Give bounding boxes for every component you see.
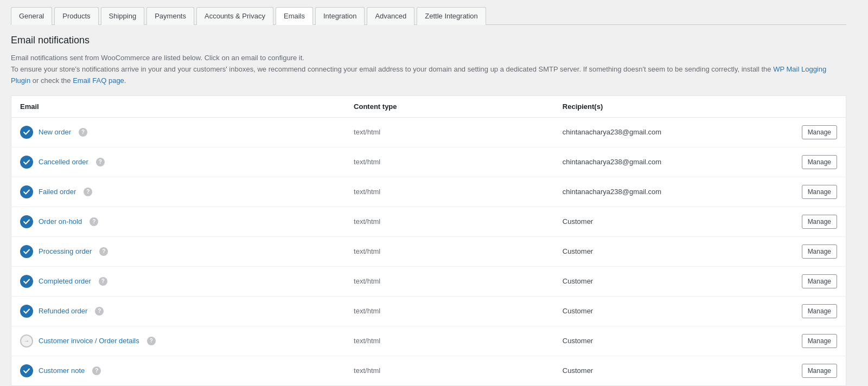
content-type-order-on-hold: text/html — [345, 207, 554, 236]
tabs-nav: GeneralProductsShippingPaymentsAccounts … — [11, 7, 846, 25]
recipient-refunded-order: Customer — [554, 296, 763, 326]
tab-emails[interactable]: Emails — [276, 7, 313, 25]
table-row: Order on-hold?text/htmlCustomerManage — [11, 207, 846, 236]
help-icon-completed-order[interactable]: ? — [99, 277, 107, 286]
help-icon-cancelled-order[interactable]: ? — [96, 158, 105, 166]
table-row: Processing order?text/htmlCustomerManage — [11, 236, 846, 266]
tab-accounts-privacy[interactable]: Accounts & Privacy — [196, 7, 273, 25]
manage-button-processing-order[interactable]: Manage — [802, 245, 837, 259]
wp-mail-logging-link[interactable]: WP Mail Logging Plugin — [11, 65, 826, 85]
action-cell-processing-order: Manage — [763, 236, 846, 266]
table-row: Refunded order?text/htmlCustomerManage — [11, 296, 846, 326]
manage-button-completed-order[interactable]: Manage — [802, 274, 837, 288]
table-row: Completed order?text/htmlCustomerManage — [11, 266, 846, 296]
recipient-cancelled-order: chintanacharya238@gmail.com — [554, 147, 763, 177]
action-cell-refunded-order: Manage — [763, 296, 846, 326]
manage-button-failed-order[interactable]: Manage — [802, 185, 837, 199]
recipient-customer-invoice: Customer — [554, 326, 763, 356]
table-row: Cancelled order?text/htmlchintanacharya2… — [11, 147, 846, 177]
table-row: New order?text/htmlchintanacharya238@gma… — [11, 117, 846, 147]
col-header-content-type: Content type — [345, 95, 554, 117]
email-cell-order-on-hold: Order on-hold? — [11, 207, 346, 236]
recipient-processing-order: Customer — [554, 236, 763, 266]
help-icon-processing-order[interactable]: ? — [99, 247, 108, 256]
tab-integration[interactable]: Integration — [315, 7, 365, 25]
table-row: Failed order?text/htmlchintanacharya238@… — [11, 177, 846, 207]
recipient-order-on-hold: Customer — [554, 207, 763, 236]
action-cell-new-order: Manage — [763, 117, 846, 147]
manage-button-refunded-order[interactable]: Manage — [802, 304, 837, 318]
enabled-icon — [20, 215, 33, 228]
content-type-customer-invoice: text/html — [345, 326, 554, 356]
email-name-completed-order[interactable]: Completed order — [39, 277, 91, 285]
action-cell-customer-invoice: Manage — [763, 326, 846, 356]
help-icon-customer-invoice[interactable]: ? — [147, 337, 156, 345]
tab-products[interactable]: Products — [54, 7, 98, 25]
email-cell-completed-order: Completed order? — [11, 266, 346, 296]
help-icon-order-on-hold[interactable]: ? — [90, 217, 98, 226]
content-type-customer-note: text/html — [345, 356, 554, 385]
manage-button-customer-note[interactable]: Manage — [802, 364, 837, 378]
table-header-row: Email Content type Recipient(s) — [11, 95, 846, 117]
page-description: Email notifications sent from WooCommerc… — [11, 53, 846, 86]
enabled-icon — [20, 185, 33, 198]
content-type-cancelled-order: text/html — [345, 147, 554, 177]
page-title: Email notifications — [11, 34, 846, 47]
email-name-failed-order[interactable]: Failed order — [39, 188, 76, 196]
disabled-icon: → — [20, 334, 33, 348]
email-cell-processing-order: Processing order? — [11, 236, 346, 266]
email-cell-refunded-order: Refunded order? — [11, 296, 346, 326]
enabled-icon — [20, 245, 33, 258]
manage-button-cancelled-order[interactable]: Manage — [802, 155, 837, 169]
tab-shipping[interactable]: Shipping — [101, 7, 145, 25]
recipient-completed-order: Customer — [554, 266, 763, 296]
page-wrap: GeneralProductsShippingPaymentsAccounts … — [0, 0, 857, 386]
email-name-customer-invoice[interactable]: Customer invoice / Order details — [39, 337, 139, 345]
enabled-icon — [20, 126, 33, 139]
tab-advanced[interactable]: Advanced — [367, 7, 414, 25]
content-type-failed-order: text/html — [345, 177, 554, 207]
manage-button-new-order[interactable]: Manage — [802, 125, 837, 139]
help-icon-refunded-order[interactable]: ? — [95, 307, 104, 316]
content-type-new-order: text/html — [345, 117, 554, 147]
tab-general[interactable]: General — [11, 7, 52, 25]
col-header-actions — [763, 95, 846, 117]
email-name-cancelled-order[interactable]: Cancelled order — [39, 158, 88, 166]
recipient-new-order: chintanacharya238@gmail.com — [554, 117, 763, 147]
manage-button-customer-invoice[interactable]: Manage — [802, 334, 837, 348]
content-type-refunded-order: text/html — [345, 296, 554, 326]
help-icon-new-order[interactable]: ? — [79, 128, 87, 137]
recipient-customer-note: Customer — [554, 356, 763, 385]
table-row: →Customer invoice / Order details?text/h… — [11, 326, 846, 356]
email-faq-link[interactable]: Email FAQ page — [73, 76, 124, 85]
enabled-icon — [20, 305, 33, 318]
col-header-recipients: Recipient(s) — [554, 95, 763, 117]
email-notifications-table: Email Content type Recipient(s) New orde… — [11, 95, 846, 386]
email-cell-customer-note: Customer note? — [11, 356, 346, 385]
col-header-email: Email — [11, 95, 346, 117]
help-icon-failed-order[interactable]: ? — [84, 188, 92, 196]
action-cell-cancelled-order: Manage — [763, 147, 846, 177]
action-cell-order-on-hold: Manage — [763, 207, 846, 236]
content-type-processing-order: text/html — [345, 236, 554, 266]
tab-zettle-integration[interactable]: Zettle Integration — [417, 7, 486, 25]
content-type-completed-order: text/html — [345, 266, 554, 296]
action-cell-completed-order: Manage — [763, 266, 846, 296]
action-cell-failed-order: Manage — [763, 177, 846, 207]
email-name-processing-order[interactable]: Processing order — [39, 247, 92, 255]
email-cell-customer-invoice: →Customer invoice / Order details? — [11, 326, 346, 356]
action-cell-customer-note: Manage — [763, 356, 846, 385]
tab-payments[interactable]: Payments — [146, 7, 194, 25]
email-name-refunded-order[interactable]: Refunded order — [39, 307, 87, 315]
table-row: Customer note?text/htmlCustomerManage — [11, 356, 846, 385]
email-name-customer-note[interactable]: Customer note — [39, 366, 85, 375]
email-cell-cancelled-order: Cancelled order? — [11, 147, 346, 177]
enabled-icon — [20, 364, 33, 377]
manage-button-order-on-hold[interactable]: Manage — [802, 215, 837, 229]
help-icon-customer-note[interactable]: ? — [92, 366, 101, 375]
email-name-order-on-hold[interactable]: Order on-hold — [39, 217, 82, 226]
enabled-icon — [20, 156, 33, 169]
enabled-icon — [20, 275, 33, 288]
recipient-failed-order: chintanacharya238@gmail.com — [554, 177, 763, 207]
email-name-new-order[interactable]: New order — [39, 128, 71, 136]
